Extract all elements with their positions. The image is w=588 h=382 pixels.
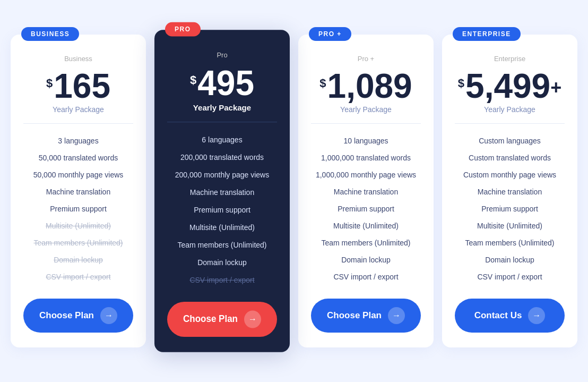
features-list-pro: 6 languages200,000 translated words200,0…: [167, 131, 277, 289]
cta-button-pro[interactable]: Choose Plan→: [167, 302, 277, 337]
feature-item-business-2: 50,000 monthly page views: [23, 166, 133, 183]
price-dollar-enterprise: $: [458, 77, 464, 90]
plan-card-pro: PROPro$495Yearly Package6 languages200,0…: [154, 30, 290, 352]
feature-item-enterprise-1: Custom translated words: [455, 149, 565, 166]
feature-item-business-1: 50,000 translated words: [23, 149, 133, 166]
feature-item-enterprise-2: Custom monthly page views: [455, 166, 565, 183]
feature-item-pro-4: Premium support: [167, 201, 277, 219]
feature-item-enterprise-7: Domain lockup: [455, 251, 565, 268]
price-row-pro-plus: $1,089: [311, 69, 421, 103]
features-list-enterprise: Custom languagesCustom translated wordsC…: [455, 132, 565, 286]
feature-item-enterprise-8: CSV import / export: [455, 268, 565, 285]
features-list-pro-plus: 10 languages1,000,000 translated words1,…: [311, 132, 421, 286]
plan-card-pro-plus: PRO +Pro +$1,089Yearly Package10 languag…: [298, 35, 434, 347]
feature-item-pro-plus-3: Machine translation: [311, 183, 421, 200]
price-row-business: $165: [23, 69, 133, 103]
price-amount-business: 165: [54, 69, 110, 103]
feature-item-pro-plus-5: Multisite (Unlimited): [311, 217, 421, 234]
arrow-icon-business: →: [100, 307, 117, 324]
feature-item-pro-8: CSV import / export: [167, 271, 277, 288]
cta-label-business: Choose Plan: [39, 310, 94, 321]
price-label-business: Yearly Package: [23, 105, 133, 114]
feature-item-business-6: Team members (Unlimited): [23, 234, 133, 251]
feature-item-enterprise-5: Multisite (Unlimited): [455, 217, 565, 234]
feature-item-business-8: CSV import / export: [23, 268, 133, 285]
badge-pro-plus: PRO +: [309, 27, 351, 41]
plan-logo-pro-plus: Pro +: [311, 55, 421, 63]
plan-card-enterprise: ENTERPRISEEnterprise$5,499+Yearly Packag…: [442, 35, 577, 347]
badge-pro: PRO: [165, 22, 201, 37]
divider-pro: [167, 122, 277, 122]
cta-button-business[interactable]: Choose Plan→: [23, 299, 133, 333]
feature-item-pro-1: 200,000 translated words: [167, 149, 277, 166]
cta-label-pro: Choose Plan: [183, 314, 238, 325]
feature-item-pro-3: Machine translation: [167, 184, 277, 201]
cta-button-pro-plus[interactable]: Choose Plan→: [311, 299, 421, 333]
badge-enterprise: ENTERPRISE: [453, 27, 521, 41]
cta-button-enterprise[interactable]: Contact Us→: [455, 299, 565, 333]
feature-item-business-3: Machine translation: [23, 183, 133, 200]
cta-label-enterprise: Contact Us: [474, 310, 522, 321]
feature-item-business-0: 3 languages: [23, 132, 133, 149]
feature-item-pro-plus-0: 10 languages: [311, 132, 421, 149]
price-amount-pro: 495: [197, 65, 254, 100]
feature-item-business-5: Multisite (Unlimited): [23, 217, 133, 234]
arrow-icon-pro: →: [244, 311, 261, 328]
feature-item-pro-plus-8: CSV import / export: [311, 268, 421, 285]
features-list-business: 3 languages50,000 translated words50,000…: [23, 132, 133, 286]
plan-logo-business: Business: [23, 55, 133, 63]
price-row-enterprise: $5,499+: [455, 69, 565, 103]
plan-logo-pro: Pro: [167, 50, 277, 58]
divider-business: [23, 123, 133, 124]
feature-item-pro-plus-1: 1,000,000 translated words: [311, 149, 421, 166]
feature-item-business-4: Premium support: [23, 200, 133, 217]
price-amount-pro-plus: 1,089: [327, 69, 412, 103]
feature-item-pro-plus-6: Team members (Unlimited): [311, 234, 421, 251]
feature-item-pro-plus-2: 1,000,000 monthly page views: [311, 166, 421, 183]
price-dollar-pro-plus: $: [319, 77, 326, 90]
price-dollar-business: $: [46, 77, 53, 90]
price-label-enterprise: Yearly Package: [455, 105, 565, 114]
feature-item-pro-2: 200,000 monthly page views: [167, 166, 277, 184]
price-label-pro: Yearly Package: [167, 103, 277, 112]
badge-business: BUSINESS: [21, 27, 79, 41]
price-row-pro: $495: [167, 65, 277, 100]
feature-item-enterprise-0: Custom languages: [455, 132, 565, 149]
arrow-icon-enterprise: →: [528, 307, 545, 324]
price-dollar-pro: $: [190, 73, 196, 88]
feature-item-enterprise-4: Premium support: [455, 200, 565, 217]
feature-item-enterprise-3: Machine translation: [455, 183, 565, 200]
feature-item-pro-7: Domain lockup: [167, 253, 277, 271]
feature-item-pro-plus-7: Domain lockup: [311, 251, 421, 268]
feature-item-enterprise-6: Team members (Unlimited): [455, 234, 565, 251]
feature-item-business-7: Domain lockup: [23, 251, 133, 268]
pricing-container: BUSINESSBusiness$165Yearly Package3 lang…: [11, 35, 577, 347]
feature-item-pro-5: Multisite (Unlimited): [167, 219, 277, 236]
divider-enterprise: [455, 123, 565, 124]
divider-pro-plus: [311, 123, 421, 124]
feature-item-pro-plus-4: Premium support: [311, 200, 421, 217]
plan-card-business: BUSINESSBusiness$165Yearly Package3 lang…: [11, 35, 146, 347]
arrow-icon-pro-plus: →: [388, 307, 405, 324]
cta-label-pro-plus: Choose Plan: [327, 310, 382, 321]
feature-item-pro-6: Team members (Unlimited): [167, 236, 277, 253]
price-label-pro-plus: Yearly Package: [311, 105, 421, 114]
plan-logo-enterprise: Enterprise: [455, 55, 565, 63]
price-plus-enterprise: +: [550, 77, 561, 99]
feature-item-pro-0: 6 languages: [167, 131, 277, 149]
price-amount-enterprise: 5,499: [465, 69, 550, 103]
